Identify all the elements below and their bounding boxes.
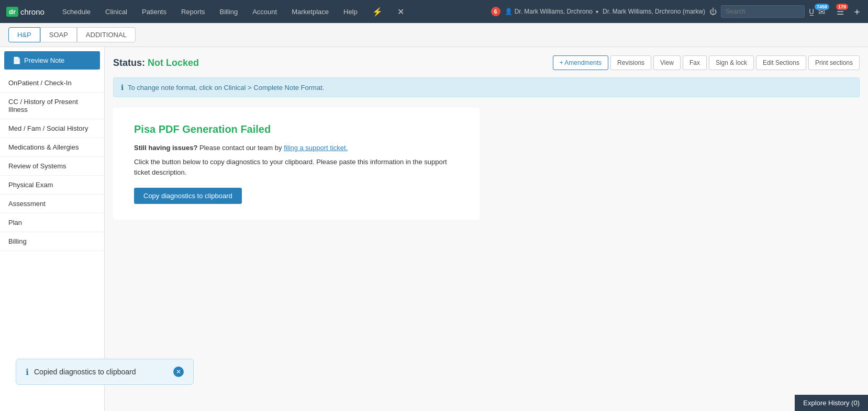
nav-close-icon[interactable]: ✕ [390,0,411,23]
view-button[interactable]: View [653,55,681,70]
sidebar-item-billing[interactable]: Billing [0,232,104,251]
error-title: Pisa PDF Generation Failed [134,123,459,135]
underline-icon[interactable]: U̲ [809,7,814,16]
error-support-prefix: Still having issues? [134,144,197,152]
logo-name: chrono [20,7,44,16]
user-name-primary: Dr. Mark Williams, Drchrono [515,8,593,15]
logo-area: dr chrono [6,7,44,17]
toast-info-icon: ℹ [26,367,29,377]
top-right-area: 6 👤 Dr. Mark Williams, Drchrono ▾ Dr. Ma… [491,5,862,18]
nav-account[interactable]: Account [245,0,284,23]
tab-soap[interactable]: SOAP [40,27,77,42]
support-ticket-link[interactable]: filing a support ticket. [284,144,348,152]
list-icon-badge[interactable]: ☰ 179 [837,7,844,17]
sidebar-item-medications-allergies[interactable]: Medications & Allergies [0,138,104,157]
list-count: 179 [836,4,848,10]
content-header: Status: Not Locked + Amendments Revision… [113,55,860,70]
nav-marketplace[interactable]: Marketplace [284,0,336,23]
nav-schedule[interactable]: Schedule [55,0,98,23]
content-area: Status: Not Locked + Amendments Revision… [105,47,868,411]
user-display-secondary: Dr. Mark Williams, Drchrono (markw) [603,8,705,15]
status-prefix: Status: [113,58,145,68]
toast-notification: ℹ Copied diagnostics to clipboard ✕ [16,359,194,385]
top-navigation-bar: dr chrono Schedule Clinical Patients Rep… [0,0,868,23]
user-profile-menu[interactable]: 👤 Dr. Mark Williams, Drchrono ▾ [505,8,598,15]
status-label: Status: Not Locked [113,58,199,68]
sidebar-item-review-of-systems[interactable]: Review of Systems [0,157,104,176]
chevron-down-icon: ▾ [596,9,598,15]
status-value: Not Locked [148,58,199,68]
sidebar: 📄 Preview Note OnPatient / Check-In CC /… [0,47,105,411]
error-description: Click the button below to copy diagnosti… [134,157,459,177]
user-icon: 👤 [505,8,513,15]
tab-additional[interactable]: ADDITIONAL [77,27,136,42]
mail-count: 7458 [815,4,829,10]
tab-hp[interactable]: H&P [8,27,40,42]
nav-clinical[interactable]: Clinical [98,0,135,23]
nav-reports[interactable]: Reports [174,0,213,23]
preview-note-button[interactable]: 📄 Preview Note [4,51,100,70]
nav-patients[interactable]: Patients [135,0,174,23]
search-input[interactable] [721,5,805,18]
main-layout: 📄 Preview Note OnPatient / Check-In CC /… [0,47,868,411]
sidebar-item-onpatient[interactable]: OnPatient / Check-In [0,74,104,93]
add-icon[interactable]: ＋ [852,5,862,18]
error-card: Pisa PDF Generation Failed Still having … [113,108,480,220]
action-buttons-group: + Amendments Revisions View Fax Sign & l… [553,55,860,70]
info-banner: ℹ To change note format, click on Clinic… [113,77,860,97]
preview-note-label: Preview Note [24,56,64,64]
nav-help[interactable]: Help [336,0,365,23]
logo-dr: dr [6,7,18,17]
main-nav: Schedule Clinical Patients Reports Billi… [55,0,491,23]
info-icon: ℹ [121,83,124,92]
fax-button[interactable]: Fax [683,55,707,70]
info-banner-text: To change note format, click on Clinical… [128,84,324,92]
amendments-button[interactable]: + Amendments [553,55,608,70]
explore-history-button[interactable]: Explore History (0) [795,395,868,411]
error-support-middle: Please contact our team by [199,144,284,152]
sign-lock-button[interactable]: Sign & lock [709,55,754,70]
copy-diagnostics-button[interactable]: Copy diagnostics to clipboard [134,188,242,204]
error-support-text: Still having issues? Please contact our … [134,144,459,152]
edit-sections-button[interactable]: Edit Sections [756,55,806,70]
toast-message: Copied diagnostics to clipboard [34,368,136,376]
nav-billing[interactable]: Billing [213,0,246,23]
file-icon: 📄 [13,56,21,64]
notification-badge[interactable]: 6 [491,7,500,16]
nav-bluetooth-icon[interactable]: ⚡ [365,0,390,23]
mail-icon-badge[interactable]: ✉ 7458 [818,7,825,17]
print-sections-button[interactable]: Print sections [808,55,860,70]
toast-close-button[interactable]: ✕ [173,367,184,377]
sidebar-item-cc-history[interactable]: CC / History of Present Illness [0,93,104,119]
document-tabs-row: H&P SOAP ADDITIONAL [0,23,868,47]
revisions-button[interactable]: Revisions [610,55,651,70]
power-icon[interactable]: ⏻ [709,7,717,16]
sidebar-item-plan[interactable]: Plan [0,213,104,232]
sidebar-item-physical-exam[interactable]: Physical Exam [0,176,104,195]
sidebar-item-assessment[interactable]: Assessment [0,195,104,213]
sidebar-item-med-fam-social[interactable]: Med / Fam / Social History [0,119,104,138]
